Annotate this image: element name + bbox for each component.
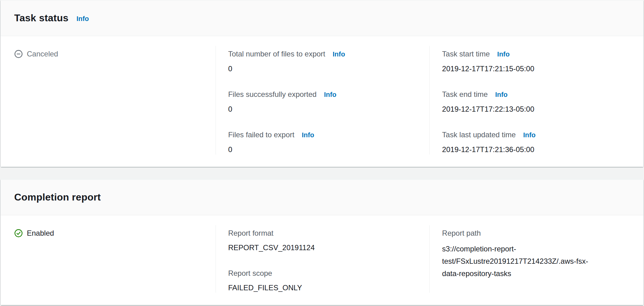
field-end-time: Task end timeInfo 2019-12-17T17:22:13-05… — [442, 89, 631, 114]
field-label: Report path — [442, 229, 481, 237]
field-value: s3://completion-report-test/FSxLustre201… — [442, 243, 593, 280]
completion-report-title: Completion report — [14, 192, 101, 203]
field-report-format: Report format REPORT_CSV_20191124 — [228, 228, 417, 253]
field-value: 2019-12-17T17:21:36-05:00 — [442, 145, 631, 155]
field-label: Files failed to export — [228, 130, 295, 139]
field-value: 0 — [228, 145, 417, 155]
field-value: FAILED_FILES_ONLY — [228, 283, 417, 293]
field-report-scope: Report scope FAILED_FILES_ONLY — [228, 268, 417, 293]
completion-report-body: Enabled Report format REPORT_CSV_2019112… — [1, 215, 643, 305]
field-label: Report format — [228, 229, 274, 237]
page: Task status Info Canceled Total number o… — [0, 0, 644, 305]
info-link[interactable]: Info — [523, 131, 535, 139]
info-link[interactable]: Info — [495, 91, 507, 98]
status-label: Enabled — [27, 228, 54, 238]
field-label: Total number of files to export — [228, 50, 325, 58]
field-label: Task last updated time — [442, 130, 516, 139]
info-link[interactable]: Info — [76, 15, 89, 23]
completion-report-column-format: Report format REPORT_CSV_20191124 Report… — [216, 225, 430, 293]
field-files-failed: Files failed to exportInfo 0 — [228, 130, 417, 155]
field-value: REPORT_CSV_20191124 — [228, 243, 417, 253]
info-link[interactable]: Info — [497, 50, 510, 58]
task-status-indicator: Canceled — [14, 49, 203, 59]
completion-report-column-path: Report path s3://completion-report-test/… — [429, 225, 643, 293]
field-value: 2019-12-17T17:22:13-05:00 — [442, 104, 631, 114]
info-link[interactable]: Info — [333, 50, 345, 58]
success-check-icon — [14, 229, 23, 238]
task-status-header: Task status Info — [1, 0, 643, 36]
task-status-title: Task status — [14, 12, 68, 24]
task-status-card: Task status Info Canceled Total number o… — [1, 0, 643, 167]
field-label: Files successfully exported — [228, 90, 317, 98]
task-status-column-status: Canceled — [1, 46, 216, 155]
completion-report-header: Completion report — [1, 180, 643, 215]
field-value: 2019-12-17T17:21:15-05:00 — [442, 64, 631, 74]
field-value: 0 — [228, 104, 417, 114]
field-total-files: Total number of files to exportInfo 0 — [228, 49, 417, 74]
field-label: Report scope — [228, 269, 272, 277]
task-status-column-files: Total number of files to exportInfo 0 Fi… — [216, 46, 430, 155]
completion-report-card: Completion report Enabled Report format — [1, 179, 643, 305]
field-last-updated-time: Task last updated timeInfo 2019-12-17T17… — [442, 130, 631, 155]
completion-report-status-indicator: Enabled — [14, 228, 203, 238]
status-label: Canceled — [27, 49, 58, 59]
task-status-column-times: Task start timeInfo 2019-12-17T17:21:15-… — [429, 46, 643, 155]
field-label: Task start time — [442, 50, 490, 58]
field-label: Task end time — [442, 90, 488, 98]
info-link[interactable]: Info — [302, 131, 314, 139]
completion-report-column-status: Enabled — [1, 225, 216, 293]
field-value: 0 — [228, 64, 417, 74]
field-files-succeeded: Files successfully exportedInfo 0 — [228, 89, 417, 114]
info-link[interactable]: Info — [324, 91, 336, 98]
field-start-time: Task start timeInfo 2019-12-17T17:21:15-… — [442, 49, 631, 74]
stopped-icon — [14, 50, 23, 58]
field-report-path: Report path s3://completion-report-test/… — [442, 228, 631, 280]
task-status-body: Canceled Total number of files to export… — [1, 36, 643, 167]
